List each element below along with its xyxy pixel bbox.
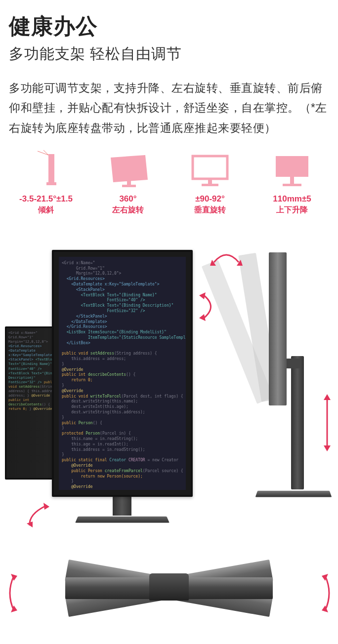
spec-tilt: -3.5-21.5°±1.5 倾斜 bbox=[5, 148, 87, 215]
swivel-hub bbox=[149, 573, 189, 601]
svg-rect-10 bbox=[276, 156, 308, 177]
svg-marker-15 bbox=[199, 292, 206, 299]
tilt-icon bbox=[21, 148, 71, 192]
spec-tilt-value: -3.5-21.5°±1.5 bbox=[19, 194, 73, 204]
height-arrow bbox=[321, 393, 333, 452]
front-stand-base bbox=[75, 517, 169, 523]
svg-rect-8 bbox=[208, 179, 212, 184]
svg-rect-11 bbox=[290, 177, 294, 184]
spec-swivel-label: 左右旋转 bbox=[112, 205, 144, 215]
spec-pivot: ±90-92° 垂直旋转 bbox=[169, 148, 251, 215]
spec-height-label: 上下升降 bbox=[276, 205, 308, 215]
specs-row: -3.5-21.5°±1.5 倾斜 360° 左右旋转 ±90-92° 垂直旋转 bbox=[0, 148, 338, 225]
pivot-icon bbox=[185, 148, 235, 192]
description-text: 多功能可调节支架，支持升降、左右旋转、垂直旋转、前后俯仰和壁挂，并贴心配有快拆设… bbox=[0, 73, 338, 148]
svg-marker-17 bbox=[43, 503, 49, 510]
side-panel bbox=[269, 252, 287, 405]
svg-rect-9 bbox=[202, 184, 218, 186]
svg-rect-12 bbox=[283, 184, 301, 186]
spec-tilt-label: 倾斜 bbox=[38, 205, 54, 215]
product-illustration: <Grid x:Name=" Grid.Row="1" Margin="12,0… bbox=[0, 225, 338, 630]
spec-swivel: 360° 左右旋转 bbox=[87, 148, 169, 215]
page-subheading: 多功能支架 轻松自由调节 bbox=[0, 44, 338, 73]
svg-rect-1 bbox=[46, 182, 56, 185]
monitor-side-view bbox=[232, 272, 321, 524]
swivel-icon bbox=[103, 148, 153, 192]
page-heading: 健康办公 bbox=[0, 0, 338, 44]
svg-marker-21 bbox=[324, 445, 331, 451]
svg-rect-5 bbox=[127, 181, 131, 185]
svg-marker-16 bbox=[199, 314, 206, 321]
monitor-front-view: <Grid x:Name=" Grid.Row="1" Margin="12,0… bbox=[52, 250, 193, 497]
spec-pivot-value: ±90-92° bbox=[195, 194, 225, 204]
svg-marker-20 bbox=[324, 394, 331, 400]
spec-swivel-value: 360° bbox=[119, 194, 136, 204]
monitor-top-swivel-view: ViewSonic bbox=[31, 551, 307, 625]
swivel-arrow-left bbox=[4, 571, 19, 615]
svg-rect-0 bbox=[48, 154, 54, 184]
svg-rect-6 bbox=[122, 185, 136, 187]
spec-height: 110mm±5 上下升降 bbox=[251, 148, 333, 215]
pivot-arrow-right bbox=[197, 289, 221, 324]
side-stand-base bbox=[255, 491, 332, 497]
height-icon bbox=[267, 148, 317, 192]
front-stand-neck bbox=[113, 496, 131, 516]
spec-pivot-label: 垂直旋转 bbox=[194, 205, 226, 215]
pivot-arrow-bl bbox=[24, 502, 51, 529]
side-stand-neck bbox=[291, 356, 304, 489]
pivot-arrow-top bbox=[209, 245, 244, 270]
swivel-arrow-right bbox=[320, 571, 335, 615]
svg-rect-7 bbox=[193, 156, 227, 179]
code-screen: <Grid x:Name=" Grid.Row="1" Margin="12,0… bbox=[59, 257, 186, 490]
spec-height-value: 110mm±5 bbox=[273, 194, 311, 204]
svg-marker-4 bbox=[111, 155, 148, 182]
